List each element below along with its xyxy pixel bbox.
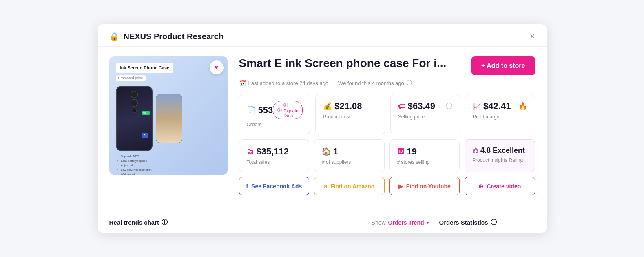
- tag-icon: 🏷: [398, 102, 405, 111]
- suppliers-label: # of suppliers: [322, 159, 377, 165]
- trends-info-icon: ⓘ: [162, 219, 168, 226]
- price-label: Selling price: [398, 114, 452, 120]
- profit-label: Profit margin: [473, 114, 527, 120]
- stat-top: 🏠 1: [322, 146, 377, 157]
- image-placeholder: Ink Screen Phone Case Promoted price: [109, 56, 228, 175]
- product-image: Ink Screen Phone Case Promoted price: [109, 56, 228, 175]
- orders-stats-info-icon: ⓘ: [491, 219, 497, 226]
- stat-top: 📄 553 ⓘ ⓘ Explain Data: [247, 101, 303, 119]
- image-icon: 🖼: [397, 147, 405, 156]
- bottom-section: Real trends chart ⓘ Show Orders Trend ▾ …: [98, 212, 547, 233]
- stat-suppliers: 🏠 1 # of suppliers: [314, 139, 385, 172]
- meta-row: 📅 Last added to a store 24 days ago We f…: [239, 79, 535, 87]
- last-added-meta: 📅 Last added to a store 24 days ago: [239, 80, 329, 86]
- stats-row-2: 🗂 $35,112 Total sales 🏠 1: [239, 139, 535, 172]
- stat-top: 🗂 $35,112: [247, 146, 302, 157]
- stat-product-cost: 💰 $21.08 Product cost: [315, 94, 385, 134]
- stats-row-1: 📄 553 ⓘ ⓘ Explain Data Orders: [239, 94, 535, 134]
- explain-badge[interactable]: ⓘ ⓘ Explain Data: [273, 101, 303, 119]
- close-button[interactable]: ×: [530, 32, 535, 41]
- orders-stats-section: Orders Statistics ⓘ: [429, 219, 535, 226]
- stat-stores-selling: 🖼 19 # stores selling: [389, 139, 460, 172]
- flame-icon: 🔥: [518, 102, 527, 111]
- stat-top: 🖼 19: [397, 146, 452, 157]
- show-value: Orders Trend: [388, 219, 424, 226]
- trends-title: Real trends chart ⓘ: [109, 219, 168, 226]
- stat-top: ⚖ 4.8 Excellent: [472, 146, 527, 155]
- product-title: Smart E ink Screen phone case For i...: [239, 56, 447, 70]
- title-row: Smart E ink Screen phone case For i... +…: [239, 56, 535, 75]
- add-to-store-button[interactable]: + Add to store: [471, 56, 535, 75]
- sales-value: 🗂 $35,112: [247, 146, 289, 157]
- ai-badge: AI: [142, 133, 148, 138]
- amazon-icon: a: [324, 183, 327, 190]
- stores-label: # stores selling: [397, 159, 452, 165]
- stat-top: 🏷 $63.49 ⓘ: [398, 101, 452, 112]
- info-circle-icon: ⓘ: [407, 79, 412, 87]
- last-added-text: Last added to a store 24 days ago: [248, 80, 329, 86]
- phone-sub: Promoted price: [116, 75, 146, 81]
- rating-value: ⚖ 4.8 Excellent: [472, 146, 525, 155]
- orders-value: 📄 553: [247, 105, 273, 116]
- check-icon: ✓: [116, 168, 119, 172]
- trends-section: Real trends chart ⓘ Show Orders Trend ▾: [109, 219, 429, 226]
- profit-value: 📈 $42.41: [473, 101, 511, 112]
- stat-rating: ⚖ 4.8 Excellent Product Insights Rating: [465, 139, 535, 172]
- sales-icon: 🗂: [247, 147, 254, 156]
- check-icon: ✓: [116, 154, 119, 158]
- product-research-modal: 🔒 NEXUS Product Research × Ink Screen Ph…: [98, 24, 547, 233]
- cost-value: 💰 $21.08: [323, 101, 362, 112]
- video-icon: ⊕: [478, 183, 483, 190]
- phone-body: NFC AI ✓Supports NFC ✓Easy battery repla…: [116, 86, 182, 175]
- check-icon: ✓: [116, 159, 119, 163]
- lock-icon: 🔒: [109, 31, 120, 41]
- orders-stats-title: Orders Statistics ⓘ: [439, 219, 535, 226]
- found-ago-meta: We found this 4 months ago ⓘ: [338, 79, 412, 87]
- stat-top: 📈 $42.41 🔥: [473, 101, 527, 112]
- feature-4: ✓Low power consumption: [116, 168, 152, 172]
- feature-1: ✓Supports NFC: [116, 154, 152, 158]
- facebook-icon: f: [246, 183, 248, 190]
- cost-label: Product cost: [323, 114, 377, 120]
- orders-icon: 📄: [247, 106, 256, 115]
- phone-main-device: NFC AI ✓Supports NFC ✓Easy battery repla…: [116, 86, 153, 175]
- modal-body: Ink Screen Phone Case Promoted price: [98, 47, 547, 203]
- show-row: Show Orders Trend ▾: [372, 219, 429, 226]
- info-icon: ⓘ: [446, 102, 452, 111]
- coin-icon: 💰: [323, 102, 332, 111]
- feature-3: ✓Adjustable: [116, 163, 152, 167]
- secondary-phone: [156, 94, 182, 143]
- chart-icon: 📈: [473, 103, 481, 110]
- home-icon: 🏠: [322, 147, 331, 156]
- facebook-ads-button[interactable]: f See Facebook Ads: [239, 177, 310, 195]
- main-phone: NFC AI: [116, 86, 153, 151]
- nfc-badge: NFC: [142, 111, 150, 115]
- app-title: NEXUS Product Research: [124, 32, 224, 41]
- youtube-button[interactable]: ▶ Find on Youtube: [389, 177, 460, 195]
- stat-top: 💰 $21.08: [323, 101, 377, 112]
- product-info: Smart E ink Screen phone case For i... +…: [239, 56, 535, 203]
- youtube-icon: ▶: [398, 183, 403, 190]
- stores-value: 🖼 19: [397, 146, 417, 157]
- camera-lens-2: [131, 99, 138, 107]
- stat-orders: 📄 553 ⓘ ⓘ Explain Data Orders: [239, 94, 311, 134]
- modal-header: 🔒 NEXUS Product Research ×: [98, 24, 547, 47]
- features-list: ✓Supports NFC ✓Easy battery replace ✓Adj…: [116, 154, 152, 175]
- suppliers-value: 🏠 1: [322, 146, 338, 157]
- calendar-icon: 📅: [239, 80, 246, 86]
- stat-total-sales: 🗂 $35,112 Total sales: [239, 139, 310, 172]
- found-ago-text: We found this 4 months ago: [338, 80, 404, 86]
- rating-icon: ⚖: [472, 147, 478, 154]
- stat-profit-margin: 📈 $42.41 🔥 Profit margin: [465, 94, 535, 134]
- check-icon: ✓: [116, 172, 119, 175]
- feature-5: ✓Waterproof: [116, 172, 152, 175]
- top-section: Ink Screen Phone Case Promoted price: [109, 56, 535, 203]
- create-video-button[interactable]: ⊕ Create video: [465, 177, 535, 195]
- phone-case-label: Ink Screen Phone Case: [116, 63, 174, 73]
- favorite-button[interactable]: ♥: [210, 60, 224, 74]
- amazon-button[interactable]: a Find on Amazon: [314, 177, 385, 195]
- trends-header: Real trends chart ⓘ Show Orders Trend ▾: [109, 219, 429, 226]
- stat-selling-price: 🏷 $63.49 ⓘ Selling price: [390, 94, 460, 134]
- camera-lens-1: [131, 91, 138, 98]
- orders-label: Orders: [247, 122, 303, 127]
